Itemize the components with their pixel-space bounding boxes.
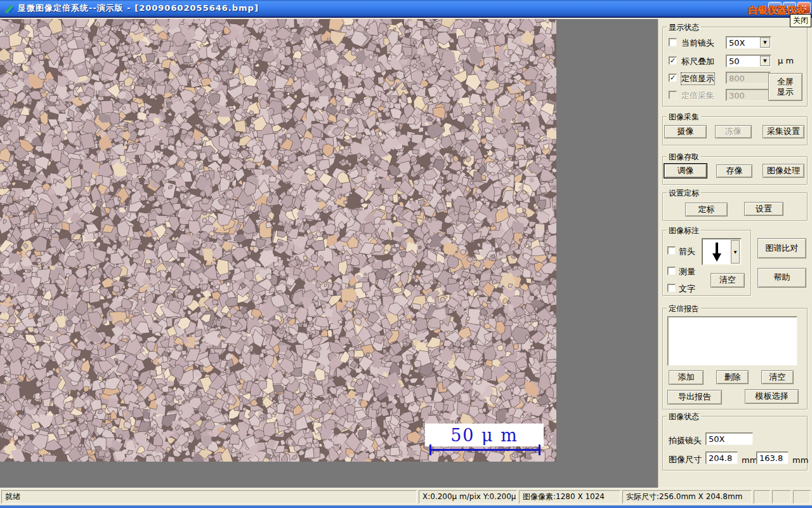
label-ruler-unit: μ m <box>778 56 794 65</box>
capture-shoot-button[interactable]: 摄像 <box>664 125 707 138</box>
label-measure: 测量 <box>679 266 695 277</box>
status-pane-empty-1 <box>754 490 770 504</box>
scalebar-line <box>430 449 540 451</box>
app-icon <box>3 3 15 14</box>
status-pane-empty-2 <box>772 490 791 504</box>
down-arrow-icon <box>703 239 730 264</box>
field-image-width[interactable]: 204.8 <box>705 451 738 464</box>
report-clear-button[interactable]: 清空 <box>761 370 794 384</box>
label-current-lens: 当前镜头 <box>681 37 714 49</box>
close-tooltip: 关闭 <box>790 14 811 27</box>
titlebar[interactable]: 显微图像定倍系统--演示版 - [20090602055646.bmp] ✕ <box>0 0 812 18</box>
label-fixed-capture: 定倍采集 <box>681 90 714 102</box>
dropdown-current-lens[interactable]: 50X ▼ <box>726 36 771 49</box>
capture-freeze-button: 冻像 <box>715 125 752 138</box>
status-xy-resolution: X:0.200μ m/pix Y:0.200μ m/pix <box>419 490 517 504</box>
control-panel: 显示状态 当前镜头 50X ▼ ✓ 标尺叠加 50 ▼ μ m ✓ 定倍显示 8… <box>658 19 812 488</box>
checkbox-current-lens[interactable] <box>669 38 677 46</box>
group-report-title: 定倍报告 <box>667 304 701 314</box>
storage-save-button[interactable]: 存像 <box>716 164 752 178</box>
chevron-down-icon[interactable]: ▼ <box>760 56 770 66</box>
label-fixed-display: 定倍显示 <box>681 73 714 84</box>
checkbox-arrow[interactable] <box>667 246 676 255</box>
field-image-height[interactable]: 163.8 <box>756 451 789 464</box>
report-template-button[interactable]: 模板选择 <box>745 389 799 404</box>
status-bar: 就绪 X:0.200μ m/pix Y:0.200μ m/pix 图像像素:12… <box>0 488 812 505</box>
capture-settings-button[interactable]: 采集设置 <box>763 125 804 138</box>
checkbox-text[interactable] <box>667 284 676 292</box>
field-shooting-lens[interactable]: 50X <box>705 432 753 445</box>
report-listbox[interactable] <box>667 316 797 366</box>
group-image-status-title: 图像状态 <box>667 411 701 422</box>
chevron-down-icon[interactable]: ▼ <box>731 240 740 264</box>
fullscreen-button[interactable]: 全屏 显示 <box>768 73 802 101</box>
group-display-status-title: 显示状态 <box>667 22 701 33</box>
micrograph-image[interactable] <box>0 19 556 462</box>
status-actual-size: 实际尺寸:256.0mm X 204.8mm <box>622 490 752 504</box>
status-image-pixels: 图像像素:1280 X 1024 <box>519 490 620 504</box>
window-bottom-border <box>0 505 812 508</box>
scalebar-tick-right <box>539 444 540 455</box>
checkbox-ruler-overlay[interactable]: ✓ <box>669 57 677 65</box>
storage-process-button[interactable]: 图像处理 <box>763 164 804 178</box>
window-title: 显微图像定倍系统--演示版 - [20090602055646.bmp] <box>18 3 259 14</box>
label-image-size: 图像尺寸 <box>669 454 702 465</box>
report-delete-button[interactable]: 删除 <box>716 370 749 384</box>
checkbox-fixed-display[interactable]: ✓ <box>669 74 677 82</box>
label-unit-mm-1: mm <box>742 455 757 465</box>
chevron-down-icon[interactable]: ▼ <box>760 37 770 48</box>
group-calibration: 设置定标 <box>662 192 808 221</box>
storage-load-button[interactable]: 调像 <box>664 164 707 178</box>
field-fixed-capture: 300 <box>726 89 771 101</box>
label-ruler-overlay: 标尺叠加 <box>681 56 714 67</box>
label-shooting-lens: 拍摄镜头 <box>669 435 702 446</box>
status-ready: 就绪 <box>1 490 417 504</box>
field-fixed-display: 800 <box>726 72 771 84</box>
image-client-area: 50 μ m <box>0 19 658 488</box>
atlas-compare-button[interactable]: 图谱比对 <box>757 238 806 258</box>
group-calibration-title: 设置定标 <box>667 188 701 199</box>
arrow-style-combo[interactable]: ▼ <box>702 238 742 265</box>
dropdown-ruler-value[interactable]: 50 ▼ <box>726 55 771 67</box>
checkbox-fixed-capture <box>669 91 677 99</box>
label-unit-mm-2: mm <box>792 455 808 465</box>
help-button[interactable]: 帮助 <box>757 268 806 288</box>
report-export-button[interactable]: 导出报告 <box>667 390 722 404</box>
group-storage-title: 图像存取 <box>667 152 701 163</box>
calibrate-button[interactable]: 定标 <box>685 203 728 217</box>
calibration-settings-button[interactable]: 设置 <box>744 202 783 216</box>
scalebar-label-box: 50 μ m <box>425 424 544 446</box>
status-pane-empty-3 <box>793 490 811 504</box>
checkbox-measure[interactable] <box>667 267 676 275</box>
label-arrow: 箭头 <box>679 246 695 257</box>
group-capture-title: 图像采集 <box>667 112 701 123</box>
scalebar-label: 50 μ m <box>450 425 518 445</box>
label-text: 文字 <box>679 283 695 295</box>
annotation-clear-button[interactable]: 清空 <box>710 273 745 288</box>
scalebar-tick-left <box>429 444 431 455</box>
report-add-button[interactable]: 添加 <box>669 370 704 385</box>
group-annotation-title: 图像标注 <box>667 225 701 236</box>
